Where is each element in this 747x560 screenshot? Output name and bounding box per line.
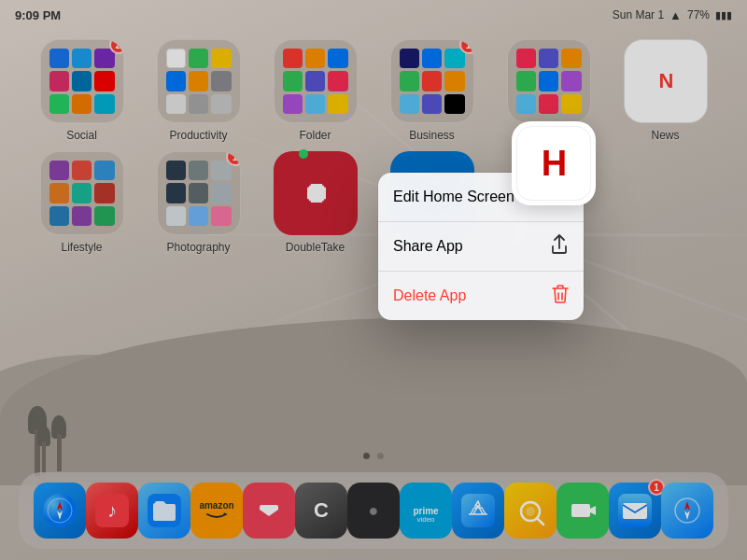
share-app-label: Share App bbox=[393, 238, 463, 255]
context-delete-app[interactable]: Delete App bbox=[378, 272, 584, 320]
trash-icon bbox=[552, 284, 569, 308]
selected-app[interactable]: H bbox=[512, 121, 596, 205]
svg-text:H: H bbox=[541, 144, 566, 183]
share-icon bbox=[550, 234, 569, 259]
context-overlay[interactable] bbox=[0, 0, 747, 560]
context-share-app[interactable]: Share App bbox=[378, 222, 584, 272]
edit-home-label: Edit Home Screen bbox=[393, 189, 514, 205]
delete-app-label: Delete App bbox=[393, 287, 466, 304]
